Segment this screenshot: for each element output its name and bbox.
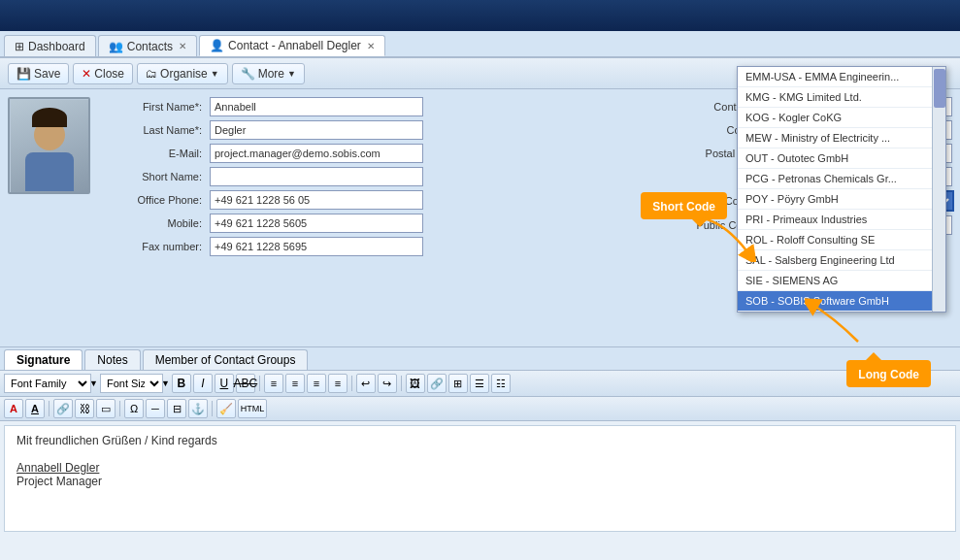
redo-button[interactable]: ↪: [378, 374, 397, 393]
font-color-button[interactable]: A: [4, 399, 23, 418]
email-row: E-Mail:: [103, 144, 673, 163]
editor-content-area[interactable]: Mit freundlichen Grüßen / Kind regards A…: [4, 425, 956, 532]
email-input[interactable]: [210, 144, 423, 163]
align-right-button[interactable]: ≡: [307, 374, 326, 393]
italic-button[interactable]: I: [193, 374, 213, 393]
short-name-row: Short Name:: [103, 167, 673, 186]
organise-icon: 🗂: [146, 67, 157, 81]
editor-toolbar-row2: A A 🔗 ⛓ ▭ Ω ─ ⊟ ⚓ 🧹 HTML: [0, 397, 960, 421]
insert-link2-button[interactable]: 🔗: [53, 399, 73, 418]
dropdown-item-1[interactable]: KMG - KMG Limited Ltd.: [738, 87, 945, 108]
insert-frame-button[interactable]: ▭: [96, 399, 116, 418]
top-bar: [0, 0, 960, 31]
font-family-dropdown-arrow: ▼: [89, 379, 98, 388]
organise-button[interactable]: 🗂 Organise ▼: [137, 63, 228, 84]
editor-sep5: [119, 401, 120, 416]
save-button[interactable]: 💾 Save: [8, 63, 69, 84]
tab-signature[interactable]: Signature: [4, 349, 83, 370]
insert-link-button[interactable]: 🔗: [427, 374, 447, 393]
fax-input[interactable]: [210, 237, 423, 256]
dropdown-item-2[interactable]: KOG - Kogler CoKG: [738, 108, 945, 128]
short-name-input[interactable]: [210, 167, 423, 186]
more-button[interactable]: 🔧 More ▼: [232, 63, 305, 84]
editor-sep3: [401, 376, 402, 391]
align-justify-button[interactable]: ≡: [328, 374, 348, 393]
insert-table-button[interactable]: ⊞: [448, 374, 468, 393]
contact-photo: [8, 97, 90, 194]
bold-button[interactable]: B: [172, 374, 191, 393]
tab-contacts[interactable]: 👥 Contacts ✕: [98, 35, 197, 56]
contact-icon: 👤: [210, 39, 224, 52]
first-name-input[interactable]: [210, 97, 423, 116]
signature-line3: Project Manager: [17, 475, 943, 488]
bottom-section: Signature Notes Member of Contact Groups…: [0, 346, 960, 560]
email-label: E-Mail:: [103, 148, 210, 159]
editor-toolbar-row1: Font Family ▼ Font Size ▼ B I U ABC ≡ ≡ …: [0, 371, 960, 397]
mobile-label: Mobile:: [103, 217, 210, 229]
underline-button[interactable]: U: [215, 374, 234, 393]
short-name-label: Short Name:: [103, 171, 210, 182]
tab-notes[interactable]: Notes: [84, 349, 140, 370]
editor-sep4: [49, 401, 50, 416]
dropdown-item-7[interactable]: PRI - Primeaux Industries: [738, 210, 945, 230]
first-name-row: First Name*:: [103, 97, 673, 116]
dropdown-item-10[interactable]: SIE - SIEMENS AG: [738, 271, 945, 291]
long-code-arrow: [805, 298, 863, 346]
contacts-icon: 👥: [109, 40, 123, 53]
bg-color-button[interactable]: A: [25, 399, 45, 418]
first-name-label: First Name*:: [103, 101, 210, 113]
bottom-tab-bar: Signature Notes Member of Contact Groups: [0, 347, 960, 371]
dropdown-item-6[interactable]: POY - Pöyry GmbH: [738, 189, 945, 210]
office-phone-label: Office Phone:: [103, 194, 210, 206]
tab-dashboard[interactable]: ⊞ Dashboard: [4, 35, 96, 56]
close-icon: ✕: [82, 67, 91, 81]
tab-contact-detail[interactable]: 👤 Contact - Annabell Degler ✕: [199, 35, 385, 56]
strikethrough-button[interactable]: ABC: [236, 374, 255, 393]
align-left-button[interactable]: ≡: [264, 374, 283, 393]
tab-member-contact-groups[interactable]: Member of Contact Groups: [143, 349, 309, 370]
list-button[interactable]: ☰: [470, 374, 489, 393]
close-button[interactable]: ✕ Close: [73, 63, 133, 84]
tab-bar: ⊞ Dashboard 👥 Contacts ✕ 👤 Contact - Ann…: [0, 31, 960, 58]
dropdown-item-0[interactable]: EMM-USA - EMMA Engineerin...: [738, 67, 945, 87]
unlink-button[interactable]: ⛓: [75, 399, 94, 418]
list2-button[interactable]: ☷: [491, 374, 511, 393]
dropdown-item-5[interactable]: PCG - Petronas Chemicals Gr...: [738, 169, 945, 189]
dropdown-item-4[interactable]: OUT - Outotec GmbH: [738, 148, 945, 169]
fax-label: Fax number:: [103, 241, 210, 252]
insert-image-button[interactable]: 🖼: [406, 374, 425, 393]
organise-dropdown-arrow: ▼: [211, 69, 219, 79]
pagebreak-button[interactable]: ⊟: [167, 399, 186, 418]
dropdown-item-8[interactable]: ROL - Roloff Consulting SE: [738, 230, 945, 250]
font-size-select[interactable]: Font Size: [100, 374, 163, 393]
mobile-input[interactable]: [210, 214, 423, 233]
dropdown-scroll-thumb: [934, 69, 945, 108]
office-phone-input[interactable]: [210, 190, 423, 210]
office-phone-row: Office Phone:: [103, 190, 673, 210]
editor-sep6: [212, 401, 213, 416]
tab-contact-detail-close[interactable]: ✕: [367, 41, 375, 51]
dropdown-item-3[interactable]: MEW - Ministry of Electricity ...: [738, 128, 945, 148]
anchor-button[interactable]: ⚓: [188, 399, 208, 418]
short-code-arrow: [698, 214, 756, 262]
dashboard-icon: ⊞: [15, 40, 24, 53]
dropdown-items-container: EMM-USA - EMMA Engineerin...KMG - KMG Li…: [738, 67, 945, 312]
font-family-select[interactable]: Font Family: [4, 374, 91, 393]
editor-sep1: [259, 376, 260, 391]
mobile-row: Mobile:: [103, 214, 673, 233]
more-icon: 🔧: [241, 67, 255, 81]
dropdown-scrollbar[interactable]: [932, 67, 945, 312]
last-name-input[interactable]: [210, 120, 423, 140]
editor-sep2: [351, 376, 352, 391]
save-icon: 💾: [17, 67, 31, 81]
hr-button[interactable]: ─: [146, 399, 165, 418]
source-button[interactable]: HTML: [238, 399, 267, 418]
cleanup-button[interactable]: 🧹: [216, 399, 236, 418]
align-center-button[interactable]: ≡: [285, 374, 305, 393]
long-code-callout: Long Code: [846, 360, 931, 387]
undo-button[interactable]: ↩: [356, 374, 376, 393]
tab-contacts-close[interactable]: ✕: [179, 41, 186, 51]
dropdown-item-9[interactable]: SAL - Salsberg Engineering Ltd: [738, 250, 945, 271]
insert-special-button[interactable]: Ω: [124, 399, 144, 418]
company-dropdown: EMM-USA - EMMA Engineerin...KMG - KMG Li…: [737, 66, 946, 313]
